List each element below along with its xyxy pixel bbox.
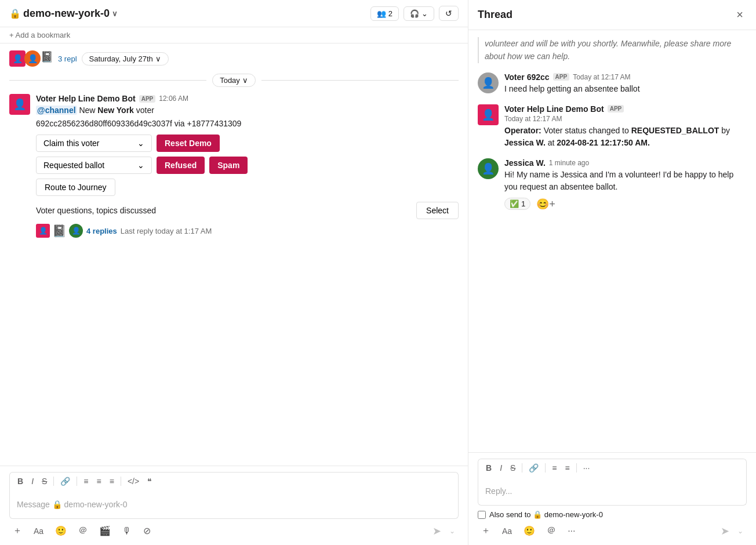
today-divider: Today ∨ [9,74,459,87]
thread-messages: volunteer and will be with you shortly. … [468,30,756,452]
thread-msg-3-header: Jessica W. 1 minute ago [504,158,747,168]
text-format-button[interactable]: Aa [30,524,47,538]
refused-button[interactable]: Refused [157,157,205,174]
thread-title: Thread [478,9,513,21]
link-button[interactable]: 🔗 [57,475,73,488]
saturday-date-badge[interactable]: Saturday, July 27th ∨ [82,52,169,66]
also-send-label: Also send to 🔒 demo-new-york-0 [489,510,603,519]
thread-message-3: 👤 Jessica W. 1 minute ago Hi! My name is… [478,158,747,212]
thread-message-2: 👤 Voter Help Line Demo Bot APP Today at … [478,104,747,149]
message-text: @channel New New York voter [36,104,459,117]
reset-demo-button[interactable]: Reset Demo [157,135,220,152]
thread-bullet-list-button[interactable]: ≡ [562,462,573,474]
close-thread-button[interactable]: × [733,7,747,23]
thread-msg-2-header: Voter Help Line Demo Bot APP [504,104,747,114]
send-chevron-button[interactable]: ⌄ [446,525,459,537]
thread-msg-1-header: Voter 692cc APP Today at 12:17 AM [504,72,747,82]
claim-chevron-icon: ⌄ [137,139,144,148]
reply-avatar-jessica: 👤 [69,224,83,238]
thread-strike-button[interactable]: S [507,462,518,474]
old-replies-link[interactable]: 3 repl [58,54,77,63]
thread-link-button[interactable]: 🔗 [526,462,541,474]
last-reply-time: Last reply today at 1:17 AM [121,227,212,235]
bot-avatar: 👤 [9,94,30,115]
thread-bold-button[interactable]: B [483,462,495,474]
thread-send-chevron-button[interactable]: ⌄ [734,525,747,537]
voter-avatar: 👤 [478,72,499,93]
message-header: Voter Help Line Demo Bot APP 12:06 AM [36,94,459,103]
indent-button[interactable]: ≡ [107,475,117,488]
claim-voter-dropdown[interactable]: Claim this voter ⌄ [36,135,152,152]
action-row-3: Route to Journey [36,179,459,196]
bookmark-bar[interactable]: + Add a bookmark [0,27,468,43]
route-to-journey-button[interactable]: Route to Journey [36,179,115,196]
send-button[interactable]: ➤ [432,525,441,537]
channel-name: demo-new-york-0 [23,8,110,20]
bot-timestamp-thread: Today at 12:17 AM [504,115,747,123]
thread-msg-2-content: Voter Help Line Demo Bot APP Today at 12… [504,104,747,149]
thread-reply-input[interactable]: Reply... [478,477,747,506]
jessica-timestamp: 1 minute ago [549,159,589,167]
microphone-button[interactable]: 🎙 [119,524,135,539]
add-reaction-button[interactable]: 😊+ [534,197,558,212]
headset-button[interactable]: 🎧 ⌄ [404,6,434,21]
today-badge[interactable]: Today ∨ [212,74,256,87]
refresh-button[interactable]: ↺ [439,6,459,21]
thread-ordered-list-button[interactable]: ≡ [549,462,559,474]
bottom-actions: ＋ Aa 🙂 ＠ 🎬 🎙 ⊘ ➤ ⌄ [9,519,459,539]
ballot-chevron-icon: ⌄ [137,161,144,170]
old-message-avatars: 👤 👤 📓 [9,50,53,67]
members-button[interactable]: 👥 2 [370,6,399,21]
italic-button[interactable]: I [28,475,37,488]
also-send-row: Also send to 🔒 demo-new-york-0 [478,510,747,519]
message-input-area: B I S 🔗 ≡ ≡ ≡ </> ❝ Message 🔒 demo-new-y… [0,466,468,545]
bookmark-label: + Add a bookmark [9,31,70,39]
today-chevron-icon: ∨ [242,76,248,85]
header-actions: 👥 2 🎧 ⌄ ↺ [370,6,459,21]
channel-chevron-icon: ∨ [112,9,118,18]
video-button[interactable]: 🎬 [96,523,114,539]
ordered-list-button[interactable]: ≡ [81,475,91,488]
channel-title-button[interactable]: 🔒 demo-new-york-0 ∨ [9,8,118,20]
bot-avatar-thread: 👤 [478,104,499,125]
voter-id: 692cc2856236d80ff609336d49c3037f via +18… [36,118,459,130]
code-button[interactable]: </> [125,475,142,488]
thread-add-button[interactable]: ＋ [478,522,494,539]
mention-button[interactable]: ＠ [75,522,91,539]
thread-msg-3-text: Hi! My name is Jessica and I'm a volunte… [504,169,747,193]
quote-button[interactable]: ❝ [144,475,155,488]
lock-icon: 🔒 [9,8,21,19]
bullet-list-button[interactable]: ≡ [94,475,104,488]
requested-ballot-dropdown[interactable]: Requested ballot ⌄ [36,157,152,174]
thread-more-actions-button[interactable]: ··· [564,524,579,539]
also-send-checkbox[interactable] [478,511,486,519]
message-input[interactable]: Message 🔒 demo-new-york-0 [9,490,459,519]
voter-692-name: Voter 692cc [504,72,550,82]
truncated-message: volunteer and will be with you shortly. … [478,37,747,63]
spam-button[interactable]: Spam [209,157,248,174]
select-button[interactable]: Select [416,202,459,219]
action-row-2: Requested ballot ⌄ Refused Spam [36,157,459,174]
emoji-button[interactable]: 🙂 [52,523,70,539]
thread-reply-placeholder: Reply... [485,486,512,496]
thread-msg-2-text: Operator: Voter status changed to REQUES… [504,125,747,149]
checkmark-reaction[interactable]: ✅ 1 [504,198,530,210]
thread-header: Thread × [468,0,756,30]
bold-button[interactable]: B [14,475,26,488]
slash-button[interactable]: ⊘ [140,523,154,539]
thread-send-button[interactable]: ➤ [721,525,729,537]
replies-count[interactable]: 4 replies [86,227,117,235]
refresh-icon: ↺ [445,9,452,18]
message-content: Voter Help Line Demo Bot APP 12:06 AM @c… [36,94,459,238]
thread-more-button[interactable]: ··· [580,462,593,474]
thread-mention-button[interactable]: ＠ [543,522,559,539]
add-button[interactable]: ＋ [9,522,26,539]
bot-app-badge-thread: APP [608,105,624,112]
headset-icon: 🎧 [410,9,419,18]
thread-italic-button[interactable]: I [497,462,505,474]
message-toolbar: B I S 🔗 ≡ ≡ ≡ </> ❝ [9,472,459,490]
thread-text-format-button[interactable]: Aa [499,524,515,538]
thread-emoji-button[interactable]: 🙂 [520,523,539,539]
voter-questions-label: Voter questions, topics discussed [36,206,410,215]
strikethrough-button[interactable]: S [39,475,50,488]
